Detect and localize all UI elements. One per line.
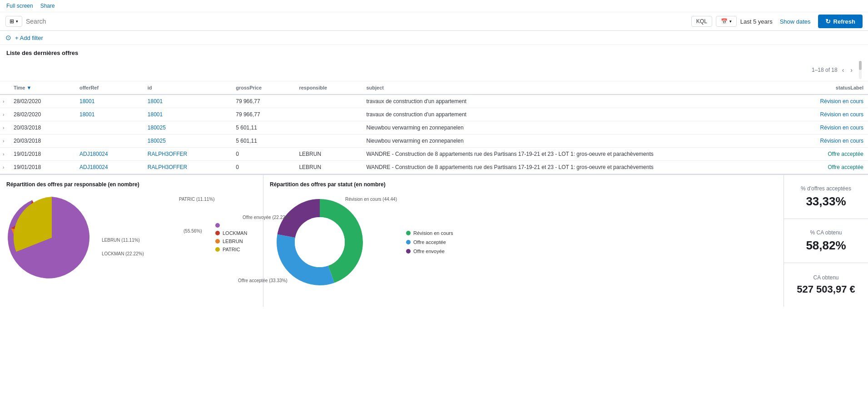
row-status: Révision en cours [773, 134, 868, 148]
table-row[interactable]: › 20/03/2018 180025 5 601,11 Nieuwbou ve… [0, 121, 868, 134]
row-subject: Nieuwbou verwarming en zonnepanelen [362, 121, 773, 134]
stat-card-ca-obtenu: CA obtenu 527 503,97 € [784, 263, 868, 307]
table-row[interactable]: › 28/02/2020 18001 18001 79 966,77 trava… [0, 95, 868, 108]
table-title: Liste des dernières offres [0, 45, 868, 59]
kql-button[interactable]: KQL [691, 16, 712, 27]
row-grossprice: 79 966,77 [231, 95, 294, 108]
share-link[interactable]: Share [40, 3, 55, 9]
table-row[interactable]: › 19/01/2018 ADJ180024 RALPH3OFFER 0 LEB… [0, 161, 868, 174]
row-grossprice: 5 601,11 [231, 134, 294, 148]
stat-value-1: 58,82% [791, 239, 861, 253]
row-responsible [294, 134, 362, 148]
row-time: 20/03/2018 [9, 134, 75, 148]
row-responsible [294, 95, 362, 108]
fullscreen-link[interactable]: Full screen [6, 3, 33, 9]
table-row[interactable]: › 20/03/2018 180025 5 601,11 Nieuwbou ve… [0, 134, 868, 148]
row-time: 19/01/2018 [9, 161, 75, 174]
chart-status: Répartition des offres par statut (en no… [263, 175, 784, 307]
row-status: Révision en cours [773, 108, 868, 121]
col-statuslabel[interactable]: statusLabel [773, 81, 868, 95]
stat-card-ca-obtenu-pct: % CA obtenu 58,82% [784, 219, 868, 263]
legend-revision: Révision en cours [406, 230, 453, 236]
search-type-icon: ⊞ [10, 18, 14, 25]
row-responsible [294, 121, 362, 134]
row-subject: Nieuwbou verwarming en zonnepanelen [362, 134, 773, 148]
row-status: Offre acceptée [773, 161, 868, 174]
pagination-next-button[interactable]: › [848, 65, 854, 75]
row-subject: travaux de construction d'un appartement [362, 95, 773, 108]
col-expand [0, 81, 9, 95]
data-table: Time ▼ offerRef id grossPrice responsibl… [0, 81, 868, 174]
legend-offre-acceptee: Offre acceptée [406, 239, 453, 245]
col-responsible[interactable]: responsible [294, 81, 362, 95]
show-dates-button[interactable]: Show dates [776, 16, 814, 27]
row-offerref: ADJ180024 [75, 161, 143, 174]
chart-responsible-title: Répartition des offres par responsable (… [6, 181, 257, 188]
add-filter-button[interactable]: + Add filter [15, 35, 43, 41]
chevron-down-icon-2: ▾ [729, 19, 732, 24]
row-subject: travaux de construction d'un appartement [362, 108, 773, 121]
row-id: RALPH3OFFER [143, 148, 231, 161]
col-id[interactable]: id [143, 81, 231, 95]
stat-label-0: % d'offres acceptées [791, 185, 861, 192]
row-time: 19/01/2018 [9, 148, 75, 161]
search-type-button[interactable]: ⊞ ▾ [5, 16, 22, 27]
row-subject: WANDRE - Construction de 8 appartements … [362, 148, 773, 161]
row-time: 20/03/2018 [9, 121, 75, 134]
row-expand[interactable]: › [0, 161, 9, 174]
row-expand[interactable]: › [0, 108, 9, 121]
legend-lebrun: LEBRUN [215, 239, 247, 244]
donut-chart-status [270, 192, 370, 292]
col-offerref[interactable]: offerRef [75, 81, 143, 95]
row-expand[interactable]: › [0, 95, 9, 108]
pagination-prev-button[interactable]: ‹ [840, 65, 846, 75]
filter-icon: ⊙ [5, 34, 11, 42]
row-responsible [294, 108, 362, 121]
legend-offre-envoyee: Offre envoyée [406, 249, 453, 254]
row-expand[interactable]: › [0, 121, 9, 134]
chevron-down-icon: ▾ [16, 19, 18, 24]
stat-card-offres-acceptees: % d'offres acceptées 33,33% [784, 175, 868, 219]
stat-value-2: 527 503,97 € [791, 284, 861, 295]
row-time: 28/02/2020 [9, 95, 75, 108]
legend-patric: PATRIC [215, 247, 247, 252]
refresh-button[interactable]: ↻ Refresh [818, 15, 863, 28]
row-id: 18001 [143, 95, 231, 108]
col-time[interactable]: Time ▼ [9, 81, 75, 95]
row-id: 18001 [143, 108, 231, 121]
table-section: Liste des dernières offres 1–18 of 18 ‹ … [0, 45, 868, 175]
row-expand[interactable]: › [0, 148, 9, 161]
row-offerref: 18001 [75, 95, 143, 108]
pagination-info: 1–18 of 18 [812, 67, 838, 73]
row-id: RALPH3OFFER [143, 161, 231, 174]
pie-chart-responsible [6, 192, 97, 283]
row-status: Révision en cours [773, 121, 868, 134]
table-row[interactable]: › 19/01/2018 ADJ180024 RALPH3OFFER 0 LEB… [0, 148, 868, 161]
row-grossprice: 0 [231, 161, 294, 174]
row-subject: WANDRE - Construction de 8 appartements … [362, 161, 773, 174]
row-status: Offre acceptée [773, 148, 868, 161]
row-grossprice: 5 601,11 [231, 121, 294, 134]
row-id: 180025 [143, 134, 231, 148]
stat-label-1: % CA obtenu [791, 229, 861, 236]
legend-lockman: LOCKMAN [215, 230, 247, 236]
row-offerref: ADJ180024 [75, 148, 143, 161]
calendar-button[interactable]: 📅 ▾ [716, 16, 737, 27]
row-responsible: LEBRUN [294, 161, 362, 174]
date-range-label: Last 5 years [740, 18, 773, 25]
table-row[interactable]: › 28/02/2020 18001 18001 79 966,77 trava… [0, 108, 868, 121]
row-grossprice: 0 [231, 148, 294, 161]
col-subject[interactable]: subject [362, 81, 773, 95]
search-input[interactable] [26, 18, 688, 25]
row-grossprice: 79 966,77 [231, 108, 294, 121]
row-offerref [75, 134, 143, 148]
row-id: 180025 [143, 121, 231, 134]
row-expand[interactable]: › [0, 134, 9, 148]
col-grossprice[interactable]: grossPrice [231, 81, 294, 95]
row-status: Révision en cours [773, 95, 868, 108]
row-time: 28/02/2020 [9, 108, 75, 121]
svg-point-4 [295, 217, 345, 267]
stat-value-0: 33,33% [791, 194, 861, 209]
row-offerref [75, 121, 143, 134]
stat-label-2: CA obtenu [791, 274, 861, 281]
